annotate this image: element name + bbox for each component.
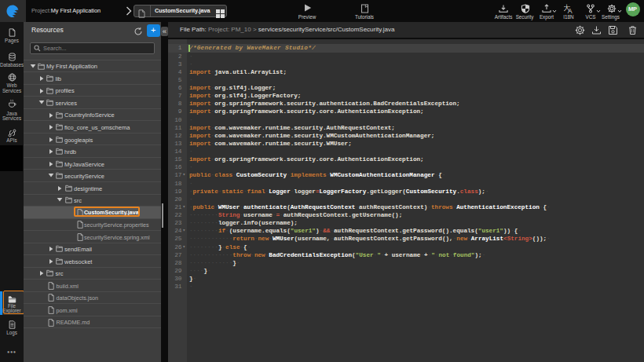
svg-text:A: A (568, 7, 573, 13)
